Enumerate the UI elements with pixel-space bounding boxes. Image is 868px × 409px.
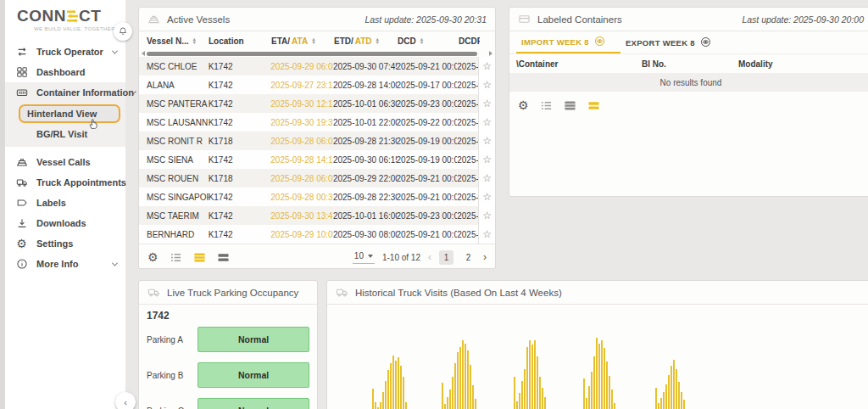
sort-icon[interactable]: ▲▼ (311, 37, 315, 44)
histogram-bar (665, 384, 667, 409)
histogram-bar (454, 363, 456, 409)
table-row[interactable]: MSC SIENAK17422025-09-28 14:152025-09-30… (139, 150, 495, 169)
scrollbar-thumb[interactable] (147, 52, 477, 56)
favorite-star-icon[interactable]: ☆ (478, 206, 495, 225)
eye-icon (700, 36, 711, 49)
prev-page-button[interactable]: ‹ (428, 251, 431, 263)
sidebar-item-hinterland-view[interactable]: Hinterland View (19, 104, 120, 123)
cell-name: MSC SIENA (147, 150, 209, 169)
histogram-bar (519, 393, 520, 409)
histogram-cluster (514, 340, 548, 409)
tab-import-week-8[interactable]: IMPORT WEEK 8 (516, 31, 620, 53)
scroll-left-icon[interactable] (142, 51, 145, 56)
page-size-select[interactable]: 10 (353, 250, 375, 264)
sidebar-item-container-information[interactable]: Container Information (5, 82, 125, 103)
favorite-star-icon[interactable]: ☆ (478, 132, 495, 150)
histogram-bar (375, 402, 376, 409)
table-row[interactable]: MSC ROUENK17182025-09-28 06:002025-09-29… (139, 169, 495, 188)
cell-dcdr: 2025-0 (457, 76, 478, 94)
sidebar-item-settings[interactable]: ⚙ Settings (5, 233, 125, 254)
histogram-bar (380, 402, 381, 409)
table-row[interactable]: BERNHARDK17422025-09-29 10:002025-09-30 … (139, 225, 495, 244)
histogram-bar (387, 370, 389, 409)
column-header[interactable]: ETA/ATA▲▼ (271, 36, 334, 46)
histogram-bar (586, 398, 587, 409)
sidebar-item-truck-appointments[interactable]: Truck Appointments (5, 172, 125, 193)
density-comfortable-icon[interactable] (540, 100, 553, 111)
density-compact-icon[interactable] (217, 252, 230, 263)
table-row[interactable]: ALANAK17422025-09-27 23:152025-09-28 14:… (139, 76, 495, 94)
favorite-star-icon[interactable]: ☆ (478, 113, 495, 132)
histogram-bar (544, 397, 546, 409)
cell-loc: K1742 (209, 57, 271, 76)
page-2-button[interactable]: 2 (461, 250, 476, 265)
table-row[interactable]: MSC RONIT RK17182025-09-28 06:002025-09-… (139, 132, 495, 150)
cell-dcdr: 2025-0 (457, 94, 478, 113)
sidebar-item-labels[interactable]: Labels (5, 193, 125, 213)
favorite-star-icon[interactable]: ☆ (478, 76, 495, 94)
sidebar-item-bg-rl-visit[interactable]: BG/RL Visit (5, 125, 125, 143)
favorite-star-icon[interactable]: ☆ (478, 169, 495, 188)
sidebar-nav: Truck Operator Dashboard Container Infor… (5, 42, 125, 274)
table-row[interactable]: MSC LAUSANN...K17422025-09-30 19:332025-… (139, 113, 495, 132)
cell-etd: 2025-09-28 21:30 (333, 132, 397, 150)
table-row[interactable]: MSC CHLOEK17422025-09-29 06:002025-09-30… (139, 57, 495, 76)
favorite-star-icon[interactable]: ☆ (478, 150, 495, 169)
column-header[interactable]: ETD/ATD▲▼ (334, 36, 398, 46)
table-settings-gear-icon[interactable]: ⚙ (518, 99, 529, 111)
column-header: Location (209, 36, 271, 46)
table-row[interactable]: MSC TAERIMK17422025-09-30 13:422025-10-0… (139, 206, 495, 225)
sidebar-collapse-button[interactable]: ‹ (115, 392, 136, 409)
histogram-bar (529, 340, 531, 409)
terminal-number: 1742 (147, 310, 309, 322)
favorite-star-icon[interactable]: ☆ (478, 225, 495, 244)
cell-eta: 2025-09-30 19:33 (270, 113, 333, 132)
sidebar-item-vessel-calls[interactable]: Vessel Calls (5, 152, 125, 172)
active-vessels-panel: Active Vessels Last update: 2025-09-30 2… (138, 7, 496, 269)
cell-loc: K1742 (209, 94, 271, 113)
next-page-button[interactable]: › (483, 251, 487, 263)
sort-icon[interactable]: ▲▼ (192, 37, 196, 44)
cell-dcdr: 2025-0 (457, 188, 478, 206)
table-row[interactable]: MSC SINGAPOR...K17422025-09-28 00:302025… (139, 188, 495, 206)
panel-title: Live Truck Parking Occupancy (167, 288, 298, 298)
labeled-containers-panel: Labeled Containers Last update: 2025-09-… (509, 7, 868, 197)
histogram-bar (457, 352, 459, 409)
cell-etd: 2025-09-28 14:00 (333, 76, 397, 94)
histogram-bar (614, 403, 615, 409)
density-standard-icon[interactable] (564, 100, 576, 111)
chevron-down-icon (112, 260, 118, 266)
density-comfortable-icon[interactable] (170, 252, 182, 263)
density-compact-icon[interactable] (587, 100, 600, 111)
sort-icon[interactable]: ▲▼ (376, 37, 380, 44)
scroll-right-icon[interactable] (489, 51, 492, 56)
cell-dcd: 2025-09-21 00:00 (397, 57, 458, 76)
sidebar-item-truck-operator[interactable]: Truck Operator (5, 42, 125, 62)
table-row[interactable]: MSC PANTERAK17422025-09-30 12:152025-10-… (139, 94, 495, 113)
sidebar-item-downloads[interactable]: Downloads (5, 213, 125, 233)
dashboard-icon (15, 66, 28, 79)
table-settings-gear-icon[interactable]: ⚙ (147, 251, 159, 263)
density-standard-icon[interactable] (193, 252, 206, 263)
sidebar-item-more-info[interactable]: More Info (5, 254, 125, 274)
cell-loc: K1742 (209, 76, 271, 94)
histogram-cluster (372, 356, 409, 409)
column-header-container: \Container (516, 59, 642, 69)
column-header[interactable]: Vessel N...▲▼ (147, 36, 209, 46)
sidebar-item-label: Container Information (36, 87, 134, 98)
column-header[interactable]: DCD▲▼ (398, 36, 459, 46)
tab-label: EXPORT WEEK 8 (626, 38, 695, 48)
histogram-bar (442, 383, 443, 409)
sort-icon[interactable]: ▲▼ (420, 37, 424, 44)
favorite-star-icon[interactable]: ☆ (478, 94, 495, 113)
container-information-group: Container Information Hinterland View BG… (5, 82, 125, 147)
favorite-star-icon[interactable]: ☆ (478, 188, 495, 206)
notification-bell-button[interactable] (114, 22, 132, 41)
tab-export-week-8[interactable]: EXPORT WEEK 8 (620, 31, 726, 53)
page-1-button[interactable]: 1 (439, 250, 453, 265)
sidebar-item-dashboard[interactable]: Dashboard (5, 62, 125, 82)
favorite-star-icon[interactable]: ☆ (478, 57, 495, 76)
horizontal-scrollbar[interactable] (139, 50, 495, 57)
parking-occupancy-panel: Live Truck Parking Occupancy 1742 Parkin… (138, 280, 318, 409)
histogram-bar (524, 369, 526, 409)
